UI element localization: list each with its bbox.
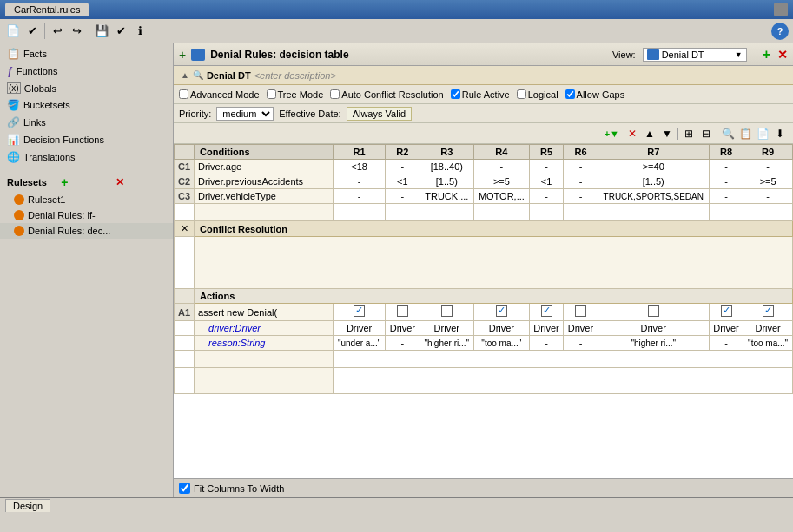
a1-r4-checkbox[interactable]: [473, 304, 529, 321]
c1-r9[interactable]: -: [743, 160, 793, 174]
driver-r2[interactable]: Driver: [386, 321, 420, 336]
grid-btn-1[interactable]: ⊞: [681, 126, 697, 141]
copy-btn[interactable]: 📋: [737, 126, 753, 141]
c1-condition[interactable]: Driver.age: [195, 160, 334, 174]
c1-r5[interactable]: -: [529, 160, 563, 174]
sidebar-item-functions[interactable]: ƒ Functions: [0, 62, 173, 80]
grid-btn-2[interactable]: ⊟: [698, 126, 714, 141]
a1-r3-checkbox[interactable]: [420, 304, 473, 321]
a1-r2-checkbox[interactable]: [386, 304, 420, 321]
c1-r7[interactable]: >=40: [598, 160, 709, 174]
driver-r5[interactable]: Driver: [529, 321, 563, 336]
ruleset-item-2[interactable]: Denial Rules: if-: [0, 207, 173, 223]
c3-r9[interactable]: -: [743, 189, 793, 204]
help-button[interactable]: ?: [771, 23, 789, 40]
a1-action[interactable]: assert new Denial(: [195, 304, 334, 321]
a1-r1-checkbox[interactable]: [334, 304, 386, 321]
auto-conflict-checkbox[interactable]: Auto Conflict Resolution: [330, 89, 443, 100]
reason-r6[interactable]: -: [564, 336, 598, 351]
fit-columns-checkbox[interactable]: Fit Columns To Width: [179, 483, 284, 494]
file-tab[interactable]: CarRental.rules: [5, 3, 89, 16]
c2-r1[interactable]: -: [334, 174, 386, 189]
check-btn[interactable]: ✔: [23, 23, 41, 40]
allow-gaps-checkbox[interactable]: Allow Gaps: [565, 89, 625, 100]
panel-delete-button[interactable]: ✕: [777, 48, 788, 62]
move-up-btn[interactable]: ▲: [642, 126, 658, 141]
sidebar-item-bucketsets[interactable]: 🪣 Bucketsets: [0, 96, 173, 114]
a1-r8-checkbox[interactable]: [709, 304, 743, 321]
sidebar-item-decision-functions[interactable]: 📊 Decision Functions: [0, 131, 173, 148]
reason-r9[interactable]: "too ma...": [743, 336, 793, 351]
dt-collapse-icon[interactable]: ▲: [181, 70, 189, 80]
a1-r5-checkbox[interactable]: [529, 304, 563, 321]
allow-gaps-input[interactable]: [565, 89, 575, 99]
reason-r5[interactable]: -: [529, 336, 563, 351]
design-tab[interactable]: Design: [5, 499, 50, 512]
c3-r8[interactable]: -: [709, 189, 743, 204]
ruleset-item-1[interactable]: Ruleset1: [0, 192, 173, 207]
a1-r6-checkbox[interactable]: [564, 304, 598, 321]
panel-add-button[interactable]: +: [763, 47, 770, 62]
redo-btn[interactable]: ↪: [68, 23, 85, 40]
add-row-btn[interactable]: +▼: [601, 126, 623, 141]
c3-r6[interactable]: -: [564, 189, 598, 204]
delete-row-btn[interactable]: ✕: [624, 126, 640, 141]
undo-btn[interactable]: ↩: [49, 23, 66, 40]
c3-r3[interactable]: TRUCK,...: [420, 189, 473, 204]
rulesets-delete-button[interactable]: ✕: [116, 176, 166, 188]
export-btn[interactable]: ⬇: [772, 126, 788, 141]
c2-r9[interactable]: >=5: [743, 174, 793, 189]
logical-checkbox[interactable]: Logical: [517, 89, 558, 100]
table-container[interactable]: Conditions R1 R2 R3 R4 R5 R6 R7 R8 R9: [174, 144, 793, 478]
add-condition-cell[interactable]: [195, 204, 334, 221]
c1-r2[interactable]: -: [386, 160, 420, 174]
panel-expand-icon[interactable]: +: [179, 48, 186, 62]
sidebar-item-globals[interactable]: (x) Globals: [0, 80, 173, 96]
driver-r1[interactable]: Driver: [334, 321, 386, 336]
dt-description[interactable]: <enter description>: [254, 70, 336, 81]
reason-r3[interactable]: "higher ri...": [420, 336, 473, 351]
reason-r1[interactable]: "under a...": [334, 336, 386, 351]
c3-r5[interactable]: -: [529, 189, 563, 204]
priority-select[interactable]: medium: [216, 107, 274, 121]
c2-r2[interactable]: <1: [386, 174, 420, 189]
c3-r2[interactable]: -: [386, 189, 420, 204]
conflict-expand-btn[interactable]: ✕: [175, 221, 195, 237]
c1-r8[interactable]: -: [709, 160, 743, 174]
advanced-mode-input[interactable]: [179, 89, 188, 99]
minimize-btn[interactable]: [774, 3, 788, 16]
logical-input[interactable]: [517, 89, 526, 99]
rule-active-input[interactable]: [451, 89, 460, 99]
tree-mode-checkbox[interactable]: Tree Mode: [267, 89, 324, 100]
reason-r8[interactable]: -: [709, 336, 743, 351]
reason-r2[interactable]: -: [386, 336, 420, 351]
save-btn[interactable]: 💾: [93, 23, 110, 40]
c2-r8[interactable]: -: [709, 174, 743, 189]
c3-condition[interactable]: Driver.vehicleType: [195, 189, 334, 204]
c3-r1[interactable]: -: [334, 189, 386, 204]
c2-r4[interactable]: >=5: [473, 174, 529, 189]
sidebar-item-links[interactable]: 🔗 Links: [0, 114, 173, 131]
info-btn[interactable]: ℹ: [131, 23, 149, 40]
rulesets-add-button[interactable]: +: [61, 175, 111, 189]
c2-r5[interactable]: <1: [529, 174, 563, 189]
sidebar-item-translations[interactable]: 🌐 Translations: [0, 148, 173, 166]
rule-active-checkbox[interactable]: Rule Active: [451, 89, 510, 100]
driver-r6[interactable]: Driver: [564, 321, 598, 336]
verify-btn[interactable]: ✔: [112, 23, 129, 40]
view-selector[interactable]: Denial DT ▼: [643, 48, 747, 62]
paste-btn[interactable]: 📄: [755, 126, 770, 141]
c1-r4[interactable]: -: [473, 160, 529, 174]
add-action-cell[interactable]: [195, 351, 334, 368]
a1-r9-checkbox[interactable]: [743, 304, 793, 321]
driver-r7[interactable]: Driver: [598, 321, 709, 336]
c3-r4[interactable]: MOTOR,...: [473, 189, 529, 204]
c2-r3[interactable]: [1..5): [420, 174, 473, 189]
fit-columns-input[interactable]: [179, 483, 190, 494]
search-table-btn[interactable]: 🔍: [720, 126, 736, 141]
sidebar-item-facts[interactable]: 📋 Facts: [0, 45, 173, 62]
ruleset-item-3[interactable]: Denial Rules: dec...: [0, 223, 173, 239]
driver-r4[interactable]: Driver: [473, 321, 529, 336]
driver-r8[interactable]: Driver: [709, 321, 743, 336]
c1-r6[interactable]: -: [564, 160, 598, 174]
